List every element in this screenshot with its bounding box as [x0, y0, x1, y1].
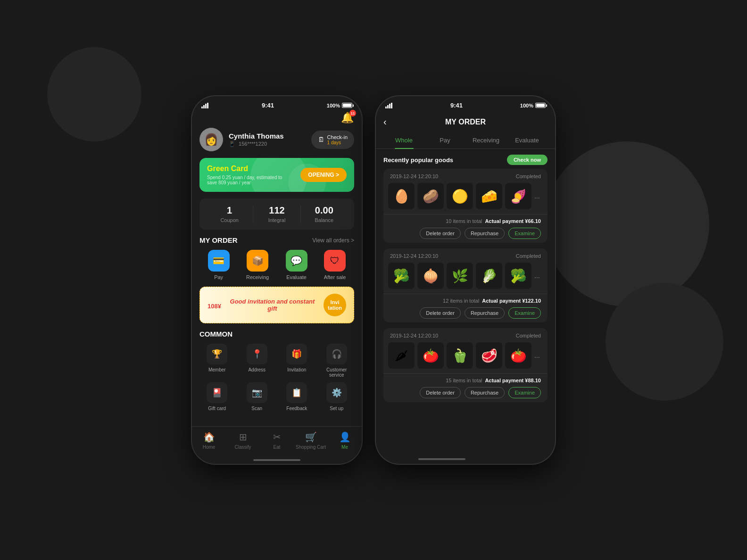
order-receiving[interactable]: 📦 Receiving	[246, 250, 269, 280]
profile-phone: 📱 156****1220	[229, 141, 284, 147]
battery-area-left: 100%	[327, 103, 352, 108]
order-actions-3: Delete order Repurchase Examine	[390, 387, 541, 398]
order-payment-1: Actual payment ¥66.10	[485, 218, 541, 224]
check-now-button[interactable]: Check now	[507, 155, 548, 165]
gift-card-label: Gift card	[199, 406, 235, 411]
profile-info: Cynthia Thomas 📱 156****1220	[229, 132, 284, 147]
examine-3[interactable]: Examine	[508, 387, 541, 398]
repurchase-1[interactable]: Repurchase	[465, 228, 505, 239]
checkin-info: Check-in 1 days	[327, 134, 348, 145]
order-date-3: 2019-12-24 12:20:10	[390, 333, 438, 338]
common-scan[interactable]: 📷 Scan	[240, 382, 275, 411]
nav-me[interactable]: 👤 Me	[328, 431, 362, 450]
nav-home[interactable]: 🏠 Home	[192, 431, 226, 450]
order-actions-1: Delete order Repurchase Examine	[390, 228, 541, 239]
invite-badge: Invitation	[324, 294, 346, 316]
order-evaluate[interactable]: 💬 Evaluate	[286, 250, 307, 280]
bell-button[interactable]: 🔔 11	[341, 112, 354, 125]
cart-icon: 🛒	[305, 431, 317, 443]
svg-rect-6	[389, 104, 390, 108]
delete-order-1[interactable]: Delete order	[420, 228, 461, 239]
eat-label: Eat	[273, 445, 280, 450]
common-invitation[interactable]: 🎁 Invitation	[279, 344, 315, 378]
delete-order-3[interactable]: Delete order	[420, 387, 461, 398]
order-count-2: 12 items in total	[443, 298, 482, 304]
invite-banner[interactable]: 108¥ Good invitation and constant gift I…	[199, 287, 354, 323]
status-bar-right: 9:41 100%	[376, 96, 555, 112]
feedback-label: Feedback	[279, 406, 315, 411]
order-img-2-3: 🌿	[447, 263, 473, 289]
order-img-1-5: 🍠	[505, 183, 531, 209]
opening-button[interactable]: OPENING >	[300, 168, 347, 182]
bg-decoration-1	[544, 141, 709, 306]
order-actions-2: Delete order Repurchase Examine	[390, 307, 541, 319]
tab-pay[interactable]: Pay	[424, 132, 465, 148]
stat-integral[interactable]: 112 Integral	[253, 205, 300, 223]
common-gift-card[interactable]: 🎴 Gift card	[199, 382, 235, 411]
checkin-icon: 🗓	[318, 136, 324, 143]
stat-coupon[interactable]: 1 Coupon	[206, 205, 253, 223]
phone-left: 9:41 100% 🔔 11 👩 Cynthia Thomas	[192, 96, 362, 464]
order-receiving-label: Receiving	[246, 274, 269, 280]
stat-integral-value: 112	[253, 205, 300, 216]
view-all-orders[interactable]: View all orders >	[312, 237, 354, 244]
svg-rect-0	[201, 107, 203, 108]
nav-classify[interactable]: ⊞ Classify	[226, 431, 260, 450]
time-left: 9:41	[262, 102, 274, 109]
common-setup[interactable]: ⚙️ Set up	[319, 382, 355, 411]
order-img-2-1: 🥦	[388, 263, 415, 289]
bg-decoration-2	[606, 283, 723, 401]
stat-balance-value: 0.00	[301, 205, 348, 216]
common-address[interactable]: 📍 Address	[240, 344, 275, 378]
green-card-desc: Spend 0.25 yuan / day, estimated to save…	[207, 175, 292, 185]
green-card-title: Green Card	[207, 165, 292, 173]
examine-2[interactable]: Examine	[508, 307, 541, 319]
common-customer-service[interactable]: 🎧 Customer service	[319, 344, 355, 378]
repurchase-3[interactable]: Repurchase	[465, 387, 505, 398]
common-member[interactable]: 🏆 Member	[199, 344, 235, 378]
nav-eat[interactable]: ✂ Eat	[260, 431, 294, 450]
checkin-button[interactable]: 🗓 Check-in 1 days	[311, 131, 354, 149]
green-card[interactable]: Green Card Spend 0.25 yuan / day, estima…	[199, 158, 354, 192]
common-grid: 🏆 Member 📍 Address 🎁 Invitation 🎧 Custom…	[199, 344, 354, 411]
order-aftersale[interactable]: 🛡 After sale	[324, 250, 346, 280]
order-img-2-4: 🥬	[476, 263, 502, 289]
tab-evaluate[interactable]: Evaluate	[506, 132, 548, 148]
me-icon: 👤	[339, 431, 351, 443]
customer-service-label: Customer service	[319, 367, 355, 378]
profile-name: Cynthia Thomas	[229, 132, 284, 140]
phone-right-content: 9:41 100% ‹ MY ORDER Whole Pay Receiving…	[376, 96, 555, 464]
order-page-title: MY ORDER	[445, 118, 486, 126]
examine-1[interactable]: Examine	[508, 228, 541, 239]
order-pay[interactable]: 💳 Pay	[208, 250, 230, 280]
status-bar-left: 9:41 100%	[192, 96, 362, 112]
back-button[interactable]: ‹	[383, 116, 387, 127]
nav-cart[interactable]: 🛒 Shopping Cart	[294, 431, 328, 450]
home-indicator-left	[253, 459, 300, 461]
stat-balance[interactable]: 0.00 Balance	[300, 205, 348, 223]
eat-icon: ✂	[273, 431, 281, 443]
order-card-2: 2019-12-24 12:20:10 Completed 🥦 🧅 🌿 🥬 🥦 …	[383, 248, 548, 322]
green-card-info: Green Card Spend 0.25 yuan / day, estima…	[207, 165, 292, 185]
order-date-2: 2019-12-24 12:20:10	[390, 253, 438, 259]
tab-whole[interactable]: Whole	[383, 132, 424, 148]
avatar: 👩	[199, 128, 223, 151]
repurchase-2[interactable]: Repurchase	[465, 307, 505, 319]
order-pay-icon: 💳	[208, 250, 230, 272]
order-count-1: 10 items in total	[446, 218, 485, 224]
delete-order-2[interactable]: Delete order	[420, 307, 461, 319]
my-order-title: MY ORDER	[199, 236, 238, 244]
order-img-3-1: 🌶	[388, 342, 415, 369]
tab-receiving[interactable]: Receiving	[465, 132, 506, 148]
common-feedback[interactable]: 📋 Feedback	[279, 382, 315, 411]
phones-container: 9:41 100% 🔔 11 👩 Cynthia Thomas	[192, 96, 555, 464]
home-label: Home	[203, 445, 216, 450]
setup-label: Set up	[319, 406, 355, 411]
battery-area-right: 100%	[520, 103, 546, 108]
order-card-3-header: 2019-12-24 12:20:10 Completed	[383, 328, 548, 342]
notification-area: 🔔 11	[192, 112, 362, 125]
order-summary-3: 15 items in total Actual payment ¥88.10	[390, 378, 541, 383]
orders-list: 2019-12-24 12:20:10 Completed 🥚 🥔 🟡 🧀 🍠 …	[376, 169, 555, 454]
address-label: Address	[240, 367, 275, 372]
svg-rect-3	[207, 103, 208, 108]
